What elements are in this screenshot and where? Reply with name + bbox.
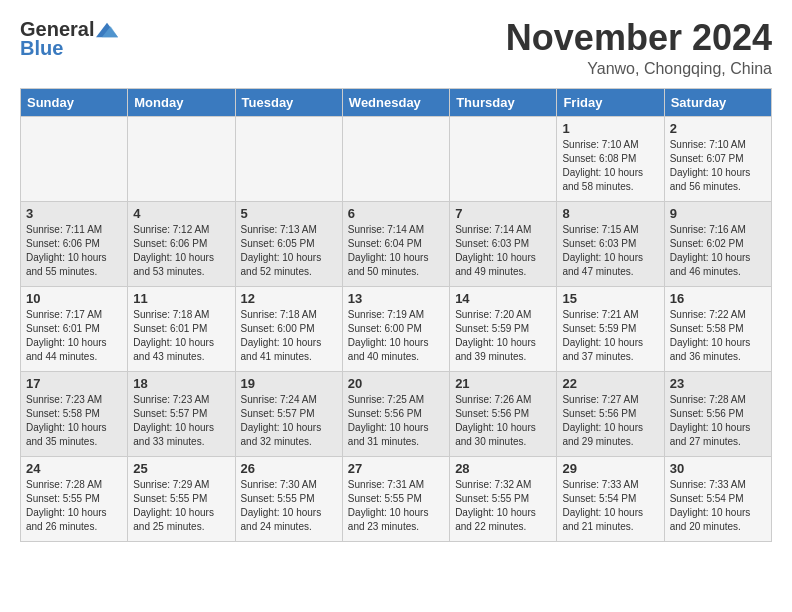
calendar-cell xyxy=(235,116,342,201)
calendar-cell: 21Sunrise: 7:26 AM Sunset: 5:56 PM Dayli… xyxy=(450,371,557,456)
day-number: 13 xyxy=(348,291,444,306)
day-info: Sunrise: 7:18 AM Sunset: 6:01 PM Dayligh… xyxy=(133,308,229,364)
calendar-cell: 4Sunrise: 7:12 AM Sunset: 6:06 PM Daylig… xyxy=(128,201,235,286)
day-number: 2 xyxy=(670,121,766,136)
day-info: Sunrise: 7:18 AM Sunset: 6:00 PM Dayligh… xyxy=(241,308,337,364)
day-info: Sunrise: 7:33 AM Sunset: 5:54 PM Dayligh… xyxy=(670,478,766,534)
day-info: Sunrise: 7:27 AM Sunset: 5:56 PM Dayligh… xyxy=(562,393,658,449)
calendar-cell: 3Sunrise: 7:11 AM Sunset: 6:06 PM Daylig… xyxy=(21,201,128,286)
calendar-cell: 2Sunrise: 7:10 AM Sunset: 6:07 PM Daylig… xyxy=(664,116,771,201)
day-number: 26 xyxy=(241,461,337,476)
day-number: 24 xyxy=(26,461,122,476)
day-number: 28 xyxy=(455,461,551,476)
calendar-cell: 17Sunrise: 7:23 AM Sunset: 5:58 PM Dayli… xyxy=(21,371,128,456)
day-info: Sunrise: 7:19 AM Sunset: 6:00 PM Dayligh… xyxy=(348,308,444,364)
calendar-cell: 15Sunrise: 7:21 AM Sunset: 5:59 PM Dayli… xyxy=(557,286,664,371)
day-number: 19 xyxy=(241,376,337,391)
calendar-table: SundayMondayTuesdayWednesdayThursdayFrid… xyxy=(20,88,772,542)
calendar-week-1: 1Sunrise: 7:10 AM Sunset: 6:08 PM Daylig… xyxy=(21,116,772,201)
calendar-cell xyxy=(450,116,557,201)
calendar-cell: 12Sunrise: 7:18 AM Sunset: 6:00 PM Dayli… xyxy=(235,286,342,371)
calendar-cell: 6Sunrise: 7:14 AM Sunset: 6:04 PM Daylig… xyxy=(342,201,449,286)
calendar-cell: 30Sunrise: 7:33 AM Sunset: 5:54 PM Dayli… xyxy=(664,456,771,541)
calendar-cell: 14Sunrise: 7:20 AM Sunset: 5:59 PM Dayli… xyxy=(450,286,557,371)
calendar-wrapper: SundayMondayTuesdayWednesdayThursdayFrid… xyxy=(0,88,792,552)
day-info: Sunrise: 7:13 AM Sunset: 6:05 PM Dayligh… xyxy=(241,223,337,279)
day-number: 15 xyxy=(562,291,658,306)
calendar-week-5: 24Sunrise: 7:28 AM Sunset: 5:55 PM Dayli… xyxy=(21,456,772,541)
day-info: Sunrise: 7:16 AM Sunset: 6:02 PM Dayligh… xyxy=(670,223,766,279)
day-number: 4 xyxy=(133,206,229,221)
calendar-cell: 26Sunrise: 7:30 AM Sunset: 5:55 PM Dayli… xyxy=(235,456,342,541)
calendar-cell xyxy=(21,116,128,201)
day-info: Sunrise: 7:29 AM Sunset: 5:55 PM Dayligh… xyxy=(133,478,229,534)
calendar-cell: 19Sunrise: 7:24 AM Sunset: 5:57 PM Dayli… xyxy=(235,371,342,456)
header: General Blue November 2024 Yanwo, Chongq… xyxy=(0,0,792,88)
day-info: Sunrise: 7:10 AM Sunset: 6:07 PM Dayligh… xyxy=(670,138,766,194)
calendar-cell: 18Sunrise: 7:23 AM Sunset: 5:57 PM Dayli… xyxy=(128,371,235,456)
day-number: 6 xyxy=(348,206,444,221)
day-info: Sunrise: 7:14 AM Sunset: 6:03 PM Dayligh… xyxy=(455,223,551,279)
calendar-cell: 16Sunrise: 7:22 AM Sunset: 5:58 PM Dayli… xyxy=(664,286,771,371)
day-number: 14 xyxy=(455,291,551,306)
calendar-header-row: SundayMondayTuesdayWednesdayThursdayFrid… xyxy=(21,88,772,116)
calendar-week-2: 3Sunrise: 7:11 AM Sunset: 6:06 PM Daylig… xyxy=(21,201,772,286)
calendar-cell: 7Sunrise: 7:14 AM Sunset: 6:03 PM Daylig… xyxy=(450,201,557,286)
day-header-friday: Friday xyxy=(557,88,664,116)
day-info: Sunrise: 7:23 AM Sunset: 5:57 PM Dayligh… xyxy=(133,393,229,449)
day-header-sunday: Sunday xyxy=(21,88,128,116)
calendar-cell: 10Sunrise: 7:17 AM Sunset: 6:01 PM Dayli… xyxy=(21,286,128,371)
day-info: Sunrise: 7:21 AM Sunset: 5:59 PM Dayligh… xyxy=(562,308,658,364)
calendar-cell xyxy=(128,116,235,201)
day-header-tuesday: Tuesday xyxy=(235,88,342,116)
day-number: 30 xyxy=(670,461,766,476)
day-number: 1 xyxy=(562,121,658,136)
day-number: 7 xyxy=(455,206,551,221)
day-number: 18 xyxy=(133,376,229,391)
day-info: Sunrise: 7:10 AM Sunset: 6:08 PM Dayligh… xyxy=(562,138,658,194)
day-number: 5 xyxy=(241,206,337,221)
calendar-cell: 11Sunrise: 7:18 AM Sunset: 6:01 PM Dayli… xyxy=(128,286,235,371)
day-info: Sunrise: 7:26 AM Sunset: 5:56 PM Dayligh… xyxy=(455,393,551,449)
day-info: Sunrise: 7:15 AM Sunset: 6:03 PM Dayligh… xyxy=(562,223,658,279)
day-header-monday: Monday xyxy=(128,88,235,116)
day-info: Sunrise: 7:33 AM Sunset: 5:54 PM Dayligh… xyxy=(562,478,658,534)
calendar-cell: 28Sunrise: 7:32 AM Sunset: 5:55 PM Dayli… xyxy=(450,456,557,541)
title-block: November 2024 Yanwo, Chongqing, China xyxy=(506,18,772,78)
day-info: Sunrise: 7:30 AM Sunset: 5:55 PM Dayligh… xyxy=(241,478,337,534)
day-info: Sunrise: 7:28 AM Sunset: 5:56 PM Dayligh… xyxy=(670,393,766,449)
day-number: 8 xyxy=(562,206,658,221)
day-number: 29 xyxy=(562,461,658,476)
logo-blue-text: Blue xyxy=(20,37,63,60)
day-header-saturday: Saturday xyxy=(664,88,771,116)
calendar-cell: 24Sunrise: 7:28 AM Sunset: 5:55 PM Dayli… xyxy=(21,456,128,541)
calendar-cell: 29Sunrise: 7:33 AM Sunset: 5:54 PM Dayli… xyxy=(557,456,664,541)
day-number: 21 xyxy=(455,376,551,391)
day-number: 27 xyxy=(348,461,444,476)
day-number: 3 xyxy=(26,206,122,221)
calendar-cell: 25Sunrise: 7:29 AM Sunset: 5:55 PM Dayli… xyxy=(128,456,235,541)
day-info: Sunrise: 7:25 AM Sunset: 5:56 PM Dayligh… xyxy=(348,393,444,449)
day-info: Sunrise: 7:12 AM Sunset: 6:06 PM Dayligh… xyxy=(133,223,229,279)
calendar-cell: 20Sunrise: 7:25 AM Sunset: 5:56 PM Dayli… xyxy=(342,371,449,456)
day-info: Sunrise: 7:32 AM Sunset: 5:55 PM Dayligh… xyxy=(455,478,551,534)
day-header-wednesday: Wednesday xyxy=(342,88,449,116)
day-info: Sunrise: 7:11 AM Sunset: 6:06 PM Dayligh… xyxy=(26,223,122,279)
calendar-cell: 13Sunrise: 7:19 AM Sunset: 6:00 PM Dayli… xyxy=(342,286,449,371)
day-number: 9 xyxy=(670,206,766,221)
calendar-cell: 1Sunrise: 7:10 AM Sunset: 6:08 PM Daylig… xyxy=(557,116,664,201)
logo-icon xyxy=(96,19,118,41)
month-title: November 2024 xyxy=(506,18,772,58)
calendar-cell: 23Sunrise: 7:28 AM Sunset: 5:56 PM Dayli… xyxy=(664,371,771,456)
calendar-cell: 9Sunrise: 7:16 AM Sunset: 6:02 PM Daylig… xyxy=(664,201,771,286)
day-number: 12 xyxy=(241,291,337,306)
calendar-week-4: 17Sunrise: 7:23 AM Sunset: 5:58 PM Dayli… xyxy=(21,371,772,456)
calendar-cell: 22Sunrise: 7:27 AM Sunset: 5:56 PM Dayli… xyxy=(557,371,664,456)
calendar-week-3: 10Sunrise: 7:17 AM Sunset: 6:01 PM Dayli… xyxy=(21,286,772,371)
day-number: 22 xyxy=(562,376,658,391)
logo: General Blue xyxy=(20,18,118,60)
day-number: 17 xyxy=(26,376,122,391)
day-number: 23 xyxy=(670,376,766,391)
day-info: Sunrise: 7:20 AM Sunset: 5:59 PM Dayligh… xyxy=(455,308,551,364)
day-info: Sunrise: 7:22 AM Sunset: 5:58 PM Dayligh… xyxy=(670,308,766,364)
